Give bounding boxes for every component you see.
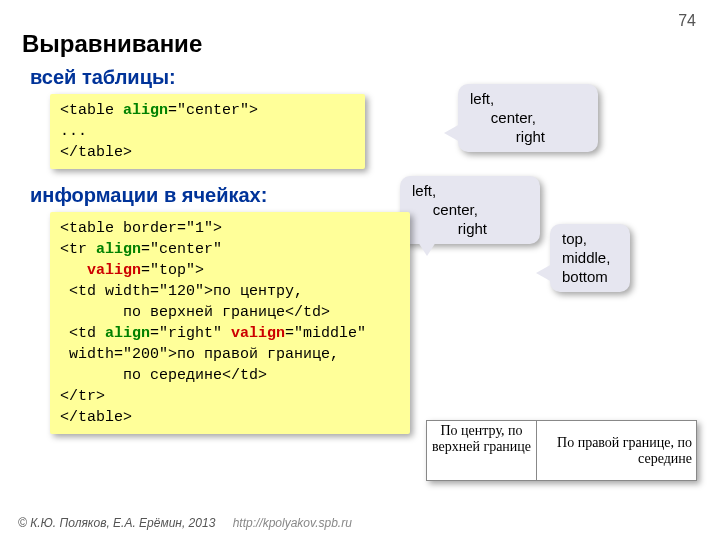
demo-table: По центру, по верхней границе По правой … xyxy=(426,420,697,481)
callout-valign-values: top, middle, bottom xyxy=(550,224,630,292)
demo-table-wrap: По центру, по верхней границе По правой … xyxy=(426,420,697,481)
code-attr-valign: valign xyxy=(231,325,285,342)
code-text: ="center" xyxy=(141,241,222,258)
code-text: <table border="1"> xyxy=(60,220,222,237)
code-text: ="middle" xyxy=(285,325,366,342)
callout-align-values-2: left, center, right xyxy=(400,176,540,244)
footer-url: http://kpolyakov.spb.ru xyxy=(233,516,352,530)
callout-line: right xyxy=(470,128,586,147)
callout-line: left, xyxy=(470,90,586,109)
code-text: ="top"> xyxy=(141,262,204,279)
code-attr-align: align xyxy=(96,241,141,258)
code-text: <tr xyxy=(60,241,96,258)
callout-line: left, xyxy=(412,182,528,201)
code-text: по верхней границе</td> xyxy=(60,304,330,321)
code-text: ="right" xyxy=(150,325,231,342)
callout-tail xyxy=(444,124,460,142)
code-block-cells: <table border="1"> <tr align="center" va… xyxy=(50,212,410,434)
table-row: По центру, по верхней границе По правой … xyxy=(427,421,697,481)
code-text: по середине</td> xyxy=(60,367,267,384)
code-text xyxy=(60,262,87,279)
callout-line: center, xyxy=(470,109,586,128)
callout-line: right xyxy=(412,220,528,239)
page-title: Выравнивание xyxy=(22,30,202,58)
code-text: width="200">по правой границе, xyxy=(60,346,339,363)
code-text: <td xyxy=(60,325,105,342)
footer-copyright: © К.Ю. Поляков, Е.А. Ерёмин, 2013 xyxy=(18,516,215,530)
code-text: </table> xyxy=(60,409,132,426)
callout-tail xyxy=(418,242,436,256)
code-text: ... xyxy=(60,123,87,140)
code-text: ="center"> xyxy=(168,102,258,119)
demo-cell-right-middle: По правой границе, по середине xyxy=(537,421,697,481)
code-attr-valign: valign xyxy=(87,262,141,279)
page-number: 74 xyxy=(678,12,696,30)
code-text: <table xyxy=(60,102,123,119)
subtitle-cell-info: информации в ячейках: xyxy=(30,184,267,207)
callout-line: top, xyxy=(562,230,618,249)
code-text: </tr> xyxy=(60,388,105,405)
code-text: <td width="120">по центру, xyxy=(60,283,303,300)
callout-align-values-1: left, center, right xyxy=(458,84,598,152)
footer: © К.Ю. Поляков, Е.А. Ерёмин, 2013 http:/… xyxy=(18,516,352,530)
code-block-table: <table align="center"> ... </table> xyxy=(50,94,365,169)
code-attr-align: align xyxy=(123,102,168,119)
callout-line: center, xyxy=(412,201,528,220)
callout-line: middle, xyxy=(562,249,618,268)
callout-tail xyxy=(536,264,552,282)
demo-cell-center-top: По центру, по верхней границе xyxy=(427,421,537,481)
code-attr-align: align xyxy=(105,325,150,342)
subtitle-whole-table: всей таблицы: xyxy=(30,66,176,89)
code-text: </table> xyxy=(60,144,132,161)
callout-line: bottom xyxy=(562,268,618,287)
